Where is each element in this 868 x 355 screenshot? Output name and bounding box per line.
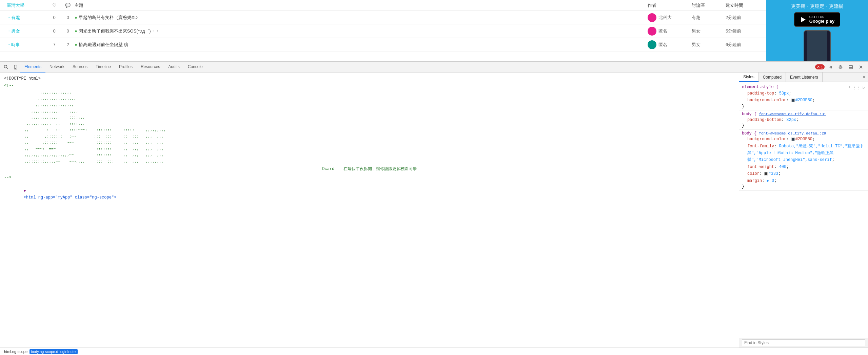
style-property: color: #333; — [742, 170, 865, 177]
author-cell: 北科大 — [648, 13, 692, 22]
ascii-line: ,,,,,,,,,,,,,, — [0, 89, 739, 96]
google-play-icon — [800, 16, 807, 23]
breadcrumb-item-html[interactable]: html.ng-scope — [3, 349, 29, 354]
color-swatch — [791, 138, 795, 141]
school-cell: ・男女 — [7, 28, 47, 34]
styles-panel: Styles Computed Event Listeners » elemen… — [739, 72, 868, 348]
error-badge: ✕ 1 — [815, 64, 825, 69]
google-play-button[interactable]: GET IT ON Google play — [794, 12, 840, 27]
like-cell: 0 — [47, 15, 61, 20]
avatar — [648, 13, 656, 22]
style-property: font-weight: 400; — [742, 164, 865, 170]
board-cell: 男女 — [692, 42, 726, 48]
like-cell: 7 — [47, 42, 61, 47]
error-x-icon: ✕ — [817, 65, 820, 69]
avatar — [648, 40, 656, 49]
svg-point-7 — [840, 66, 842, 68]
styles-tabs: Styles Computed Event Listeners » — [739, 72, 868, 82]
doctype-line: <!DOCTYPE html> — [0, 75, 739, 82]
time-cell: 2分鐘前 — [726, 15, 760, 21]
comment-cell: 0 — [61, 15, 75, 20]
tab-profiles[interactable]: Profiles — [115, 62, 137, 72]
table-row[interactable]: ・有趣 0 0 ●早起的鳥兒有笑料（賣爸媽XD 北科大 有趣 2分鐘前 — [0, 11, 766, 24]
col-like-header: ♡ — [47, 3, 61, 8]
tab-computed[interactable]: Computed — [759, 72, 786, 82]
svg-rect-8 — [849, 65, 852, 69]
ascii-line: ,,:::::::,,,,,== ~~~,,,, ::: ::: ,, ,,, … — [0, 159, 739, 165]
author-cell: 匿名 — [648, 27, 692, 36]
find-bar — [739, 338, 868, 348]
style-rule-body-1: body { font-awesome.cs…tify.defau…:31 pa… — [739, 110, 868, 130]
table-row[interactable]: ・時事 7 2 ●搭高鐵遇到前任坐隔壁 續 匿名 男女 6分鐘前 — [0, 38, 766, 51]
settings-icon[interactable] — [836, 63, 845, 71]
phone-mockup — [804, 30, 831, 61]
tab-event-listeners[interactable]: Event Listeners — [786, 72, 823, 82]
html-tag-line: ▼ <html ng-app="myApp" class="ng-scope"> — [0, 181, 739, 208]
close-icon[interactable] — [856, 63, 865, 71]
tab-styles[interactable]: Styles — [739, 72, 759, 82]
style-property: background-color: #2D3E50; — [742, 97, 865, 104]
devtools-main: <!DOCTYPE html> <!-- ,,,,,,,,,,,,,, ,,,,… — [0, 72, 868, 348]
topic-cell: ●早起的鳥兒有笑料（賣爸媽XD — [75, 15, 648, 21]
svg-point-1 — [4, 65, 7, 68]
devtools-toolbar: Elements Network Sources Timeline Profil… — [0, 62, 868, 72]
ascii-line: ,,,,,,,,,,,,,,,,, — [0, 102, 739, 108]
find-styles-input[interactable] — [742, 339, 865, 346]
style-property: font-family: Roboto,"黑體-繁","Heiti TC","蘋… — [742, 143, 865, 164]
ascii-line: ,,,,,,,,,,,,, ::::,,, — [0, 114, 739, 121]
ascii-line: ,,,,,,,,,,,,,,,,,,,,~~ ::::::: ,, ,,, ,,… — [0, 152, 739, 159]
tab-resources[interactable]: Resources — [137, 62, 164, 72]
breadcrumb-item-body[interactable]: body.ng-scope.d-loginIndex — [29, 349, 78, 354]
board-cell: 有趣 — [692, 15, 726, 21]
play-style-icon[interactable]: ▷ — [863, 85, 865, 90]
toggle-style-icon[interactable]: ⋮⋮ — [853, 85, 861, 90]
svg-marker-0 — [801, 17, 806, 22]
col-comment-header: 💬 — [61, 3, 75, 8]
tab-audits[interactable]: Audits — [164, 62, 183, 72]
toolbar-right: ✕ 1 — [815, 63, 867, 71]
style-selector: element.style { — [742, 85, 778, 89]
style-property: background-color: #2D3E50; — [742, 136, 865, 143]
ascii-line: ,,,,,,,,,,, ,, ::::,,, — [0, 121, 739, 127]
search-icon[interactable] — [1, 62, 11, 72]
style-rule-element: element.style { + ⋮⋮ ▷ padding-top: 53px… — [739, 83, 868, 110]
source-link[interactable]: font-awesome.cs…tify.defau…:31 — [759, 112, 826, 116]
school-cell: ・有趣 — [7, 15, 47, 21]
color-swatch — [764, 172, 768, 175]
ascii-line: ,, ,:::::: ~~~ ::::::: ,, ,,, ,,, ,,, — [0, 140, 739, 146]
ad-text: 更美觀・更穩定・更流暢 — [791, 3, 843, 9]
source-link-2[interactable]: font-awesome.cs…tify.defau…:29 — [759, 131, 826, 135]
table-row[interactable]: ・男女 0 0 ●閃光出軌了但我哭不出來SOS(つд゜)・・ 匿名 男女 5分鐘… — [0, 24, 766, 38]
elements-panel: <!DOCTYPE html> <!-- ,,,,,,,,,,,,,, ,,,,… — [0, 72, 739, 348]
ascii-line: ,, : :: ::::~~~: ::::::: ::::: ,,,,,,,,, — [0, 127, 739, 133]
author-cell: 匿名 — [648, 40, 692, 49]
avatar — [648, 27, 656, 36]
tab-console[interactable]: Console — [184, 62, 207, 72]
style-selector: body { — [742, 112, 759, 117]
add-style-icon[interactable]: + — [848, 85, 851, 90]
ad-panel: 更美觀・更穩定・更流暢 GET IT ON Google play — [766, 0, 868, 61]
color-swatch — [791, 99, 795, 102]
dock-icon[interactable] — [846, 63, 855, 71]
dcard-desc-line: Dcard － 在每個午夜拆開，讓你認識更多校園同學 — [0, 165, 739, 174]
svg-line-2 — [7, 67, 8, 69]
col-school-header: 臺灣大學 — [7, 2, 47, 8]
comment-open-line: <!-- — [0, 82, 739, 89]
toolbar-tabs: Elements Network Sources Timeline Profil… — [20, 62, 815, 72]
error-count: 1 — [821, 65, 823, 69]
tab-network[interactable]: Network — [45, 62, 68, 72]
tab-sources[interactable]: Sources — [68, 62, 92, 72]
devtools: Elements Network Sources Timeline Profil… — [0, 62, 868, 355]
ascii-line: ,, ,::::::: :~~ ::: ::: :: ::: ,,, ,,, — [0, 133, 739, 140]
time-cell: 6分鐘前 — [726, 42, 760, 48]
col-author-header: 作者 — [648, 2, 692, 8]
comment-cell: 0 — [61, 28, 75, 34]
tab-elements[interactable]: Elements — [20, 62, 45, 72]
step-into-icon[interactable] — [826, 63, 835, 71]
school-cell: ・時事 — [7, 42, 47, 48]
mobile-icon[interactable] — [11, 62, 20, 72]
styles-more[interactable]: » — [860, 72, 868, 82]
col-time-header: 建立時間 — [726, 2, 760, 8]
style-selector: body { — [742, 131, 759, 136]
tab-timeline[interactable]: Timeline — [92, 62, 115, 72]
